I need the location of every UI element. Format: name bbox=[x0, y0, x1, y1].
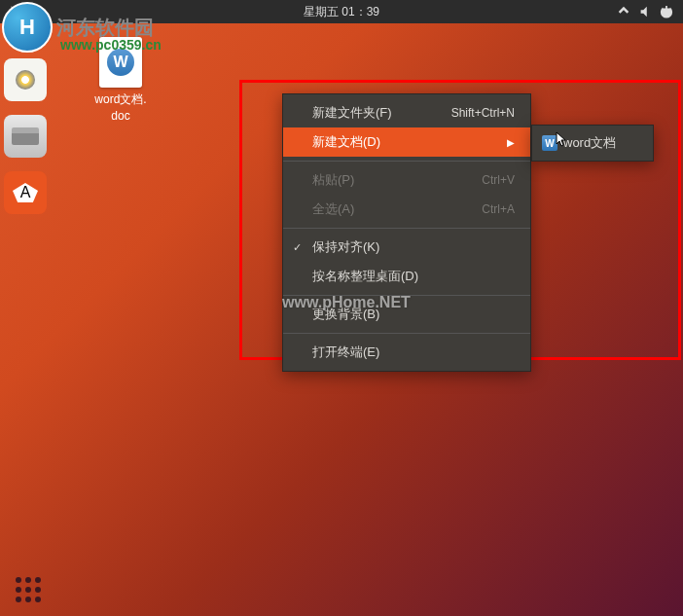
volume-icon bbox=[638, 5, 652, 18]
desktop-file-label: word文档. doc bbox=[82, 91, 160, 125]
menu-keep-aligned[interactable]: ✓ 保持对齐(K) bbox=[283, 233, 530, 262]
chevron-right-icon: ▶ bbox=[507, 137, 515, 148]
status-area[interactable] bbox=[617, 5, 683, 18]
launcher-dock: A bbox=[4, 58, 54, 214]
submenu-word-document[interactable]: W word文档 bbox=[532, 129, 653, 157]
watermark-logo: H 河东软件园 www.pc0359.cn bbox=[2, 2, 154, 53]
cursor-icon bbox=[556, 131, 569, 149]
menu-paste: 粘贴(P) Ctrl+V bbox=[283, 165, 530, 195]
desktop-context-menu: 新建文件夹(F) Shift+Ctrl+N 新建文档(D) ▶ 粘贴(P) Ct… bbox=[282, 93, 531, 372]
launcher-software[interactable]: A bbox=[4, 171, 47, 214]
menu-label: 粘贴(P) bbox=[312, 171, 354, 189]
launcher-rhythmbox[interactable] bbox=[4, 58, 47, 101]
power-icon bbox=[660, 5, 673, 18]
logo-icon: H bbox=[2, 2, 53, 53]
desktop-background[interactable]: 活动 星期五 01：39 H 河东软件园 www.pc0359.cn A W w bbox=[0, 0, 683, 616]
shopping-bag-icon: A bbox=[13, 183, 38, 202]
network-icon bbox=[617, 5, 630, 18]
menu-separator bbox=[283, 228, 530, 229]
check-icon: ✓ bbox=[293, 241, 302, 254]
new-document-submenu: W word文档 bbox=[531, 125, 654, 162]
menu-label: 新建文档(D) bbox=[312, 133, 380, 151]
menu-open-terminal[interactable]: 打开终端(E) bbox=[283, 338, 530, 367]
menu-new-folder[interactable]: 新建文件夹(F) Shift+Ctrl+N bbox=[283, 98, 530, 127]
menu-separator bbox=[283, 333, 530, 334]
menu-select-all[interactable]: 全选(A) Ctrl+A bbox=[283, 195, 530, 224]
speaker-icon bbox=[16, 70, 35, 90]
menu-separator bbox=[283, 161, 530, 162]
menu-organize-by-name[interactable]: 按名称整理桌面(D) bbox=[283, 262, 530, 291]
submenu-label: word文档 bbox=[563, 134, 616, 152]
menu-label: 新建文件夹(F) bbox=[312, 104, 392, 122]
menu-shortcut: Ctrl+V bbox=[482, 173, 515, 187]
menu-shortcut: Shift+Ctrl+N bbox=[451, 106, 515, 120]
watermark-url: www.pc0359.cn bbox=[60, 37, 162, 53]
menu-new-document[interactable]: 新建文档(D) ▶ bbox=[283, 127, 530, 157]
menu-label: 全选(A) bbox=[312, 200, 354, 218]
watermark-center: www.pHome.NET bbox=[282, 294, 411, 311]
menu-label: 保持对齐(K) bbox=[312, 238, 379, 256]
clock[interactable]: 星期五 01：39 bbox=[304, 4, 379, 20]
menu-shortcut: Ctrl+A bbox=[482, 202, 515, 216]
show-applications-button[interactable] bbox=[16, 577, 41, 602]
menu-label: 按名称整理桌面(D) bbox=[312, 268, 418, 285]
menu-label: 打开终端(E) bbox=[312, 344, 379, 361]
launcher-files[interactable] bbox=[4, 115, 47, 158]
drawer-icon bbox=[12, 127, 39, 145]
